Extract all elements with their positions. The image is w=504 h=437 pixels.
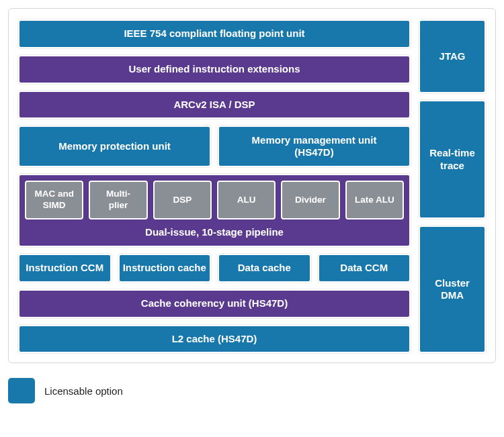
block-l2-cache: L2 cache (HS47D) (18, 325, 411, 354)
block-cache-coherency-unit: Cache coherency unit (HS47D) (18, 289, 411, 318)
pipeline-units-row: MAC and SIMD Multi- plier DSP ALU Divide… (25, 181, 404, 220)
pipeline-label: Dual-issue, 10-stage pipeline (25, 224, 404, 239)
unit-multiplier: Multi- plier (89, 181, 147, 220)
block-instruction-ccm: Instruction CCM (18, 254, 112, 283)
unit-mac-simd: MAC and SIMD (25, 181, 83, 220)
block-arcv2-isa-dsp: ARCv2 ISA / DSP (18, 91, 411, 119)
side-column: JTAG Real-time trace Cluster DMA (419, 19, 486, 353)
block-pipeline: MAC and SIMD Multi- plier DSP ALU Divide… (18, 174, 411, 247)
block-user-instruction-extensions: User defined instruction extensions (18, 55, 411, 84)
unit-dsp: DSP (153, 181, 212, 220)
block-real-time-trace: Real-time trace (419, 100, 486, 219)
block-data-ccm: Data CCM (318, 254, 411, 283)
block-jtag: JTAG (419, 19, 486, 93)
block-instruction-cache: Instruction cache (118, 254, 212, 283)
unit-late-alu: Late ALU (345, 181, 404, 220)
unit-alu: ALU (217, 181, 276, 220)
block-cluster-dma: Cluster DMA (419, 226, 486, 353)
row-memory-units: Memory protection unit Memory management… (18, 126, 411, 167)
row-memories: Instruction CCM Instruction cache Data c… (18, 254, 411, 283)
legend-swatch-blue (8, 378, 35, 403)
unit-divider: Divider (281, 181, 339, 220)
block-data-cache: Data cache (218, 254, 311, 283)
architecture-diagram: IEEE 754 compliant floating point unit U… (8, 8, 496, 363)
block-memory-protection-unit: Memory protection unit (18, 126, 211, 167)
legend-label: Licensable option (44, 385, 123, 397)
block-memory-management-unit: Memory management unit (HS47D) (218, 126, 411, 167)
block-fpu: IEEE 754 compliant floating point unit (18, 19, 411, 48)
legend: Licensable option (8, 378, 496, 403)
main-column: IEEE 754 compliant floating point unit U… (18, 19, 411, 353)
